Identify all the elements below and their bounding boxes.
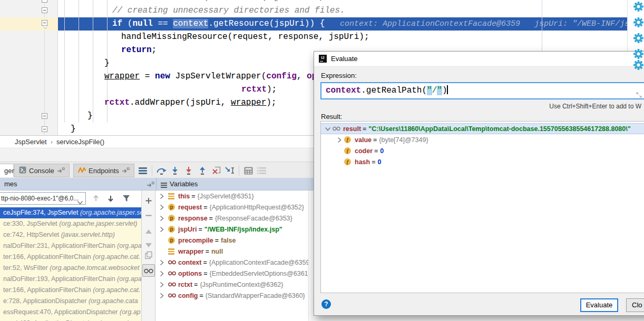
chevron-right-icon[interactable] [160, 215, 168, 222]
variable-row[interactable]: wrapper=null [155, 246, 314, 257]
step-into-icon[interactable] [168, 164, 182, 177]
chevron-right-icon[interactable] [160, 293, 168, 299]
tab-console[interactable]: Console [14, 164, 70, 177]
frame-row[interactable]: essRequest:470, ApplicationDispatcher (o… [0, 307, 141, 318]
variable-row[interactable]: context={ApplicationContextFacade@6359} [155, 257, 314, 268]
evaluate-expression-icon[interactable] [241, 164, 255, 177]
variable-name: context [178, 259, 201, 266]
up-arrow-icon[interactable] [93, 195, 99, 204]
frame-package: (org.apa [117, 242, 141, 249]
chevron-down-icon[interactable] [323, 127, 333, 131]
gear-icon[interactable] [633, 49, 643, 61]
frame-row[interactable]: nalDoFilter:231, ApplicationFilterChain … [0, 240, 141, 252]
jump-to-icon [122, 167, 130, 175]
expression-input[interactable]: context.getRealPath("/") [320, 82, 644, 99]
tab-debugger[interactable]: ger [0, 164, 14, 177]
frame-row[interactable]: ward:403, ApplicationDispatcher (org.apa… [0, 318, 141, 321]
code-line: if (null == context.getResource(jspUri))… [0, 17, 644, 31]
dialog-title: Evaluate [331, 55, 358, 63]
frame-row[interactable]: ter:166, ApplicationFilterChain (org.apa… [0, 252, 141, 263]
frame-location: e:728, ApplicationDispatcher [3, 297, 89, 305]
menu-icon[interactable] [136, 164, 150, 177]
minus-icon[interactable] [145, 212, 152, 221]
parameter-icon: p [168, 215, 175, 222]
frames-panel: ttp-nio-8080-exec-1"@6,0... ceJspFile:37… [0, 190, 141, 321]
jump-to-icon[interactable] [147, 181, 154, 189]
breadcrumb-class[interactable]: JspServlet [15, 138, 47, 146]
chevron-right-icon[interactable] [160, 226, 168, 233]
copy-icon[interactable] [145, 252, 152, 261]
chevron-right-icon[interactable] [160, 282, 168, 288]
variable-row[interactable]: rctxt={JspRuntimeContext@6362} [155, 279, 314, 290]
drop-frame-icon[interactable] [209, 164, 223, 177]
triangle-up-icon[interactable] [145, 226, 152, 236]
chevron-down-icon [77, 197, 83, 205]
chevron-right-icon[interactable] [160, 193, 168, 199]
result-row[interactable]: result="C:\Users\11860\AppData\Local\Tem… [321, 123, 644, 134]
frame-row[interactable]: ter:166, ApplicationFilterChain (org.apa… [0, 285, 141, 296]
chevron-right-icon[interactable] [335, 137, 344, 143]
variable-name: request [178, 204, 202, 211]
frame-row[interactable]: e:728, ApplicationDispatcher (org.apache… [0, 296, 141, 307]
frame-package: (org.apache.cata [89, 297, 138, 305]
frame-row[interactable]: ce:330, JspServlet (org.apache.jasper.se… [0, 218, 141, 229]
result-name: coder [355, 147, 373, 155]
breadcrumb-method[interactable]: serviceJspFile() [56, 138, 104, 146]
frame-location: nalDoFilter:193, ApplicationFilterChain [3, 275, 117, 283]
step-out-icon[interactable] [196, 164, 209, 177]
tab-endpoints[interactable]: Endpoints [73, 164, 134, 177]
frame-package: (org.apache.cat. [93, 253, 140, 260]
chevron-right-icon[interactable] [160, 204, 168, 210]
variable-row[interactable]: pprecompile=false [155, 235, 314, 246]
plus-icon[interactable] [145, 197, 152, 206]
gear-icon[interactable] [633, 17, 643, 29]
glasses-icon[interactable] [142, 264, 155, 277]
triangle-down-icon[interactable] [145, 240, 152, 249]
variable-row[interactable]: prequest={ApplicationHttpRequest@6352} [155, 202, 314, 213]
chevron-right-icon[interactable] [160, 270, 168, 277]
panel-divider[interactable] [156, 178, 157, 190]
local-variable-icon [168, 248, 174, 255]
expand-input-icon[interactable] [636, 91, 642, 100]
evaluate-button[interactable]: Evaluate [580, 298, 618, 312]
gear-icon[interactable] [633, 33, 643, 45]
variables-scrollbar[interactable] [308, 190, 314, 321]
variables-panel-title: Variables [170, 180, 198, 188]
variable-name: options [178, 270, 202, 277]
dialog-titlebar[interactable]: IJ Evaluate [314, 52, 644, 66]
close-button[interactable]: Clo [626, 298, 644, 312]
down-arrow-icon[interactable] [108, 195, 114, 204]
thread-selector-dropdown[interactable]: ttp-nio-8080-exec-1"@6,0... [0, 192, 86, 205]
variable-name: rctxt [178, 281, 192, 288]
result-value: {byte[74]@7349} [379, 136, 428, 144]
frame-row[interactable]: nalDoFilter:193, ApplicationFilterChain … [0, 274, 141, 285]
variable-row[interactable]: this={JspServlet@6351} [155, 190, 314, 202]
variable-row[interactable]: config={StandardWrapperFacade@6360} [155, 290, 314, 301]
result-row[interactable]: fvalue={byte[74]@7349} [321, 134, 644, 145]
frame-row[interactable]: ceJspFile:374, JspServlet (org.apache.ja… [0, 207, 141, 218]
variable-value: {EmbeddedServletOptions@6361} [209, 270, 310, 277]
force-step-into-icon[interactable] [182, 164, 196, 177]
parameter-icon: p [168, 204, 175, 210]
gear-icon[interactable] [633, 60, 643, 72]
filter-icon[interactable] [122, 195, 130, 204]
frame-location: ter:166, ApplicationFilterChain [3, 253, 93, 260]
help-icon[interactable]: ? [321, 299, 331, 309]
layout-settings-icon[interactable] [255, 164, 269, 177]
gear-icon[interactable] [633, 2, 643, 14]
frame-location: ce:742, HttpServlet [3, 231, 61, 238]
frame-row[interactable]: ce:742, HttpServlet (javax.servlet.http) [0, 229, 141, 240]
variable-row[interactable]: presponse={ResponseFacade@6353} [155, 213, 314, 224]
variable-row[interactable]: pjspUri="/WEB-INF/jsp/index.jsp" [155, 224, 314, 235]
result-row[interactable]: fhash=0 [321, 156, 644, 167]
variable-row[interactable]: options={EmbeddedServletOptions@6361} [155, 268, 314, 279]
variables-menu-icon[interactable] [161, 182, 167, 189]
variable-value: {JspRuntimeContext@6362} [200, 281, 283, 288]
result-tree: result="C:\Users\11860\AppData\Local\Tem… [320, 121, 644, 293]
frame-row[interactable]: ter:52, WsFilter (org.apache.tomcat.webs… [0, 263, 141, 274]
step-over-icon[interactable] [154, 164, 168, 177]
result-label: Result: [321, 113, 342, 121]
run-to-cursor-icon[interactable] [223, 164, 237, 177]
chevron-right-icon[interactable] [160, 259, 168, 266]
result-row[interactable]: fcoder=0 [321, 145, 644, 156]
